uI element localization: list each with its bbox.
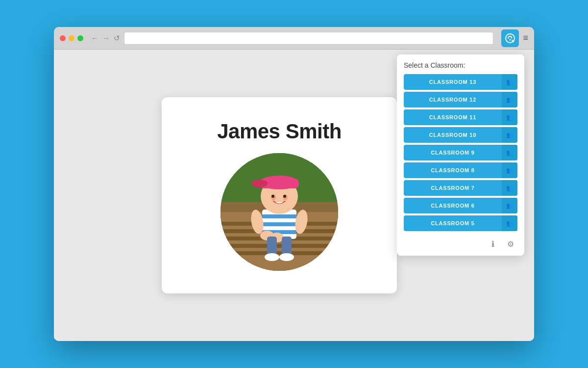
classroom-label: CLASSROOM 12 bbox=[404, 97, 502, 103]
classroom-students-icon-button[interactable]: 👥 bbox=[502, 162, 517, 178]
classroom-item-classroom-8[interactable]: CLASSROOM 8👥 bbox=[404, 162, 517, 178]
maximize-button[interactable] bbox=[77, 35, 83, 41]
people-icon: 👥 bbox=[506, 114, 514, 121]
classroom-item-classroom-6[interactable]: CLASSROOM 6👥 bbox=[404, 198, 517, 213]
close-button[interactable] bbox=[60, 35, 66, 41]
people-icon: 👥 bbox=[506, 79, 514, 85]
classroom-label: CLASSROOM 7 bbox=[404, 185, 502, 191]
profile-card: James Smith bbox=[162, 97, 397, 293]
classroom-item-classroom-9[interactable]: CLASSROOM 9👥 bbox=[404, 145, 517, 160]
people-icon: 👥 bbox=[506, 96, 514, 103]
people-icon: 👥 bbox=[506, 167, 514, 174]
app-logo-icon bbox=[505, 33, 515, 44]
classroom-label: CLASSROOM 8 bbox=[404, 167, 502, 173]
classroom-label: CLASSROOM 11 bbox=[404, 114, 502, 120]
classroom-item-classroom-5[interactable]: CLASSROOM 5👥 bbox=[404, 215, 517, 231]
traffic-lights bbox=[60, 35, 83, 41]
classroom-students-icon-button[interactable]: 👥 bbox=[502, 215, 517, 231]
classroom-students-icon-button[interactable]: 👥 bbox=[502, 198, 517, 213]
classroom-students-icon-button[interactable]: 👥 bbox=[502, 180, 517, 196]
svg-point-22 bbox=[279, 253, 294, 261]
browser-nav: ← → ↺ bbox=[91, 34, 120, 43]
classroom-item-classroom-12[interactable]: CLASSROOM 12👥 bbox=[404, 92, 517, 107]
classroom-item-classroom-7[interactable]: CLASSROOM 7👥 bbox=[404, 180, 517, 196]
menu-button[interactable]: ≡ bbox=[523, 33, 528, 43]
refresh-button[interactable]: ↺ bbox=[114, 34, 120, 43]
avatar-image bbox=[220, 153, 338, 271]
svg-rect-9 bbox=[220, 244, 338, 248]
student-name: James Smith bbox=[217, 120, 342, 143]
classroom-label: CLASSROOM 13 bbox=[404, 79, 502, 85]
svg-rect-10 bbox=[220, 251, 338, 255]
svg-point-30 bbox=[271, 195, 274, 198]
browser-window: ← → ↺ ≡ James Smith bbox=[54, 27, 534, 341]
svg-point-31 bbox=[283, 195, 286, 198]
classroom-students-icon-button[interactable]: 👥 bbox=[502, 92, 517, 107]
classroom-label: CLASSROOM 5 bbox=[404, 220, 502, 226]
svg-rect-12 bbox=[262, 214, 296, 218]
classroom-students-icon-button[interactable]: 👥 bbox=[502, 145, 517, 160]
minimize-button[interactable] bbox=[69, 35, 74, 41]
people-icon: 👥 bbox=[506, 131, 514, 138]
browser-titlebar: ← → ↺ ≡ bbox=[54, 27, 534, 50]
svg-point-27 bbox=[252, 180, 268, 187]
dropdown-title: Select a Classroom: bbox=[404, 61, 517, 69]
info-button[interactable]: ℹ bbox=[486, 237, 500, 251]
classroom-label: CLASSROOM 9 bbox=[404, 150, 502, 156]
classroom-list: CLASSROOM 13👥CLASSROOM 12👥CLASSROOM 11👥C… bbox=[404, 74, 517, 231]
people-icon: 👥 bbox=[506, 202, 514, 209]
people-icon: 👥 bbox=[506, 184, 514, 191]
address-bar[interactable] bbox=[124, 32, 493, 45]
svg-rect-13 bbox=[262, 222, 296, 226]
browser-content: James Smith bbox=[54, 50, 534, 341]
classroom-students-icon-button[interactable]: 👥 bbox=[502, 109, 517, 125]
classroom-label: CLASSROOM 10 bbox=[404, 132, 502, 138]
classroom-item-classroom-10[interactable]: CLASSROOM 10👥 bbox=[404, 127, 517, 143]
back-button[interactable]: ← bbox=[91, 34, 98, 42]
avatar bbox=[220, 153, 338, 271]
classroom-item-classroom-13[interactable]: CLASSROOM 13👥 bbox=[404, 74, 517, 90]
people-icon: 👥 bbox=[506, 149, 514, 156]
classroom-students-icon-button[interactable]: 👥 bbox=[502, 74, 517, 90]
app-icon-button[interactable] bbox=[501, 29, 519, 47]
classroom-dropdown: Select a Classroom: CLASSROOM 13👥CLASSRO… bbox=[397, 54, 524, 256]
forward-button[interactable]: → bbox=[102, 34, 110, 42]
svg-point-1 bbox=[510, 39, 511, 40]
dropdown-footer: ℹ ⚙ bbox=[404, 235, 517, 251]
browser-actions: ≡ bbox=[501, 29, 528, 47]
classroom-label: CLASSROOM 6 bbox=[404, 203, 502, 209]
classroom-item-classroom-11[interactable]: CLASSROOM 11👥 bbox=[404, 109, 517, 125]
people-icon: 👥 bbox=[506, 220, 514, 227]
settings-button[interactable]: ⚙ bbox=[504, 237, 517, 251]
classroom-students-icon-button[interactable]: 👥 bbox=[502, 127, 517, 143]
svg-point-21 bbox=[265, 253, 279, 261]
